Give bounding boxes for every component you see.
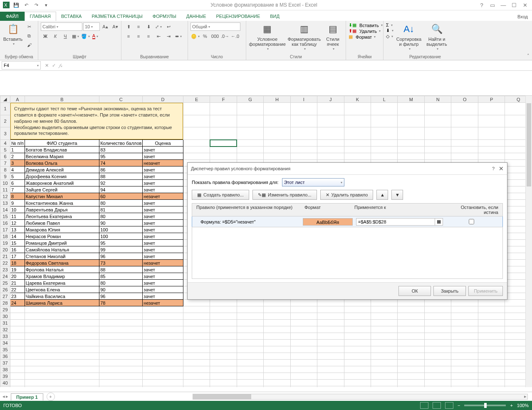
- cell[interactable]: [10, 360, 25, 366]
- cell[interactable]: [264, 103, 290, 115]
- cell[interactable]: 12: [10, 220, 25, 226]
- cell[interactable]: [317, 366, 344, 373]
- cell[interactable]: [451, 140, 478, 147]
- cell[interactable]: [99, 313, 143, 320]
- vertical-scrollbar[interactable]: [525, 96, 532, 387]
- cell[interactable]: [451, 360, 478, 366]
- conditional-formatting-button[interactable]: ▦Условное форматирование▾: [249, 22, 286, 51]
- cell[interactable]: [371, 320, 398, 326]
- cell[interactable]: [317, 333, 344, 340]
- cell[interactable]: [424, 333, 451, 340]
- cell[interactable]: [398, 353, 424, 360]
- maximize-icon[interactable]: ☐: [510, 2, 519, 8]
- cell[interactable]: [183, 366, 210, 373]
- tab-view[interactable]: ВИД: [265, 12, 285, 21]
- cell[interactable]: [371, 326, 398, 333]
- enter-formula-icon[interactable]: ✓: [52, 63, 56, 68]
- format-as-table-button[interactable]: ▥Форматировать как таблицу▾: [287, 22, 321, 51]
- cell[interactable]: [264, 306, 290, 313]
- cell[interactable]: 100: [99, 226, 143, 233]
- cell[interactable]: [237, 115, 263, 127]
- row-header[interactable]: 31: [0, 320, 10, 326]
- cell[interactable]: [290, 340, 317, 346]
- cell[interactable]: [264, 127, 290, 140]
- cell[interactable]: 17: [10, 253, 25, 260]
- sheet-nav-last-icon[interactable]: ▸: [6, 394, 8, 399]
- cell[interactable]: [317, 320, 344, 326]
- cell[interactable]: 18: [10, 260, 25, 266]
- cell[interactable]: [10, 380, 25, 386]
- cell[interactable]: [290, 313, 317, 320]
- comma-icon[interactable]: 000: [210, 32, 220, 40]
- cell[interactable]: [25, 360, 99, 366]
- cell[interactable]: 10: [10, 206, 25, 213]
- row-header[interactable]: 40: [0, 380, 10, 386]
- cell[interactable]: [371, 366, 398, 373]
- cell[interactable]: [478, 140, 505, 147]
- stop-if-true-checkbox[interactable]: [469, 219, 474, 224]
- font-color-icon[interactable]: A▾: [91, 32, 100, 40]
- cell[interactable]: Чайкина Василиса: [25, 293, 99, 300]
- cell[interactable]: Константинова Жанна: [25, 200, 99, 206]
- cell[interactable]: Богатов Владислав: [25, 147, 99, 153]
- row-header[interactable]: 29: [0, 306, 10, 313]
- cell[interactable]: [478, 380, 505, 386]
- row-header[interactable]: 28: [0, 300, 10, 306]
- cell[interactable]: [424, 115, 451, 127]
- col-header-P[interactable]: P: [478, 96, 505, 103]
- indent-inc-icon[interactable]: ⇥: [164, 32, 173, 40]
- cut-icon[interactable]: ✂: [25, 22, 33, 31]
- cell[interactable]: [10, 366, 25, 373]
- cell[interactable]: Демидов Алексей: [25, 166, 99, 173]
- sheet-tab-active[interactable]: Пример 1: [11, 393, 43, 400]
- cell[interactable]: [290, 333, 317, 340]
- cell[interactable]: [451, 320, 478, 326]
- cell[interactable]: [10, 353, 25, 360]
- cell[interactable]: незачет: [143, 160, 183, 166]
- cell[interactable]: [344, 153, 371, 160]
- cell[interactable]: [317, 103, 344, 115]
- cell[interactable]: Дорофеева Ксения: [25, 173, 99, 180]
- cell[interactable]: 16: [10, 246, 25, 253]
- cell[interactable]: [183, 140, 210, 147]
- cell[interactable]: [371, 340, 398, 346]
- signin-link[interactable]: Вход: [513, 12, 532, 21]
- cell[interactable]: [451, 333, 478, 340]
- merge-icon[interactable]: ⬌▾: [174, 32, 183, 40]
- col-header-F[interactable]: F: [210, 96, 237, 103]
- cell[interactable]: Капустин Михаил: [25, 193, 99, 200]
- cell[interactable]: [398, 115, 424, 127]
- italic-icon[interactable]: К: [51, 32, 60, 40]
- cell[interactable]: [317, 360, 344, 366]
- cell[interactable]: [264, 300, 290, 306]
- cell[interactable]: [99, 353, 143, 360]
- cell[interactable]: [371, 300, 398, 306]
- cell[interactable]: Волкова Ольга: [25, 160, 99, 166]
- cell[interactable]: [25, 373, 99, 380]
- cell[interactable]: [371, 103, 398, 115]
- cell[interactable]: [99, 346, 143, 353]
- cell[interactable]: ФИО студента: [25, 140, 99, 147]
- cell[interactable]: [290, 103, 317, 115]
- tab-home[interactable]: ГЛАВНАЯ: [25, 12, 56, 21]
- cell[interactable]: [143, 340, 183, 346]
- cell[interactable]: [290, 300, 317, 306]
- cell[interactable]: [143, 346, 183, 353]
- wrap-text-icon[interactable]: ↩: [164, 22, 173, 31]
- cell[interactable]: [371, 313, 398, 320]
- col-header-D[interactable]: D: [143, 96, 183, 103]
- cell[interactable]: зачет: [143, 147, 183, 153]
- cell[interactable]: [371, 153, 398, 160]
- cell[interactable]: 80: [99, 200, 143, 206]
- orientation-icon[interactable]: ⤢▾: [154, 22, 163, 31]
- cell[interactable]: [10, 326, 25, 333]
- cell[interactable]: 6: [10, 180, 25, 186]
- cell[interactable]: [424, 300, 451, 306]
- underline-icon[interactable]: Ч: [61, 32, 70, 40]
- cell[interactable]: [451, 313, 478, 320]
- cell[interactable]: [478, 333, 505, 340]
- row-header[interactable]: 16: [0, 220, 10, 226]
- rule-range-input[interactable]: =$A$5:$D$28: [356, 218, 435, 226]
- tab-review[interactable]: РЕЦЕНЗИРОВАНИЕ: [211, 12, 265, 21]
- row-header[interactable]: 24: [0, 273, 10, 280]
